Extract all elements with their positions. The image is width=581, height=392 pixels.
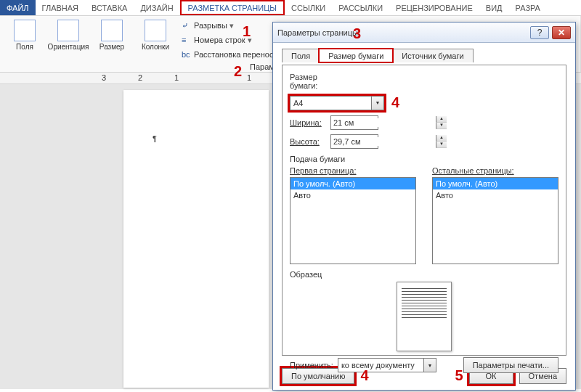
columns-icon — [145, 20, 166, 41]
tab-file[interactable]: ФАЙЛ — [0, 0, 36, 15]
list-item[interactable]: Авто — [433, 189, 558, 201]
dialog-tab-paper-source[interactable]: Источник бумаги — [392, 49, 473, 62]
dialog-title: Параметры страницы — [277, 28, 527, 37]
print-options-button[interactable]: Параметры печати... — [463, 357, 558, 373]
width-value[interactable] — [331, 118, 436, 127]
orientation-icon — [57, 20, 79, 41]
size-icon — [101, 20, 123, 41]
tab-insert[interactable]: ВСТАВКА — [85, 0, 134, 15]
tab-page-layout[interactable]: РАЗМЕТКА СТРАНИЦЫ — [180, 0, 285, 15]
spin-up-icon[interactable]: ▲ — [436, 116, 447, 123]
annotation-4b: 4 — [360, 367, 368, 384]
chevron-down-icon: ▾ — [229, 21, 234, 30]
sample-preview — [397, 282, 452, 351]
list-item[interactable]: По умолч. (Авто) — [433, 178, 558, 189]
annotation-3: 3 — [353, 25, 361, 42]
height-value[interactable] — [331, 137, 436, 146]
paper-size-select[interactable]: A4▼ — [290, 96, 384, 110]
size-button[interactable]: Размер — [92, 18, 132, 62]
spin-up-icon[interactable]: ▲ — [436, 135, 447, 142]
height-spinner[interactable]: ▲▼ — [330, 134, 378, 149]
spin-down-icon[interactable]: ▼ — [436, 123, 447, 129]
first-page-listbox[interactable]: По умолч. (Авто) Авто — [290, 177, 416, 264]
dialog-tabs: Поля Размер бумаги Источник бумаги — [282, 49, 566, 62]
first-page-label: Первая страница: — [290, 166, 356, 175]
tab-design[interactable]: ДИЗАЙН — [134, 0, 179, 15]
list-item[interactable]: Авто — [290, 189, 415, 201]
list-item[interactable]: По умолч. (Авто) — [290, 178, 415, 189]
pilcrow-mark: ¶ — [153, 134, 157, 143]
dialog-close-button[interactable]: ✕ — [552, 26, 571, 39]
tab-extra[interactable]: РАЗРА — [509, 0, 547, 15]
paper-feed-label: Подача бумаги — [290, 155, 558, 163]
annotation-5: 5 — [455, 367, 463, 384]
tab-mailings[interactable]: РАССЫЛКИ — [332, 0, 389, 15]
tab-home[interactable]: ГЛАВНАЯ — [36, 0, 85, 15]
tab-references[interactable]: ССЫЛКИ — [285, 0, 332, 15]
width-label: Ширина: — [290, 118, 330, 127]
ribbon-tabs: ФАЙЛ ГЛАВНАЯ ВСТАВКА ДИЗАЙН РАЗМЕТКА СТР… — [0, 0, 581, 16]
other-pages-listbox[interactable]: По умолч. (Авто) Авто — [432, 177, 558, 264]
apply-to-label: Применить: — [290, 361, 333, 369]
apply-to-select[interactable]: ко всему документу▼ — [338, 358, 436, 372]
other-pages-label: Остальные страницы: — [432, 166, 514, 175]
annotation-4a: 4 — [391, 94, 399, 111]
tab-review[interactable]: РЕЦЕНЗИРОВАНИЕ — [389, 0, 479, 15]
dialog-tab-paper-size[interactable]: Размер бумаги — [319, 49, 393, 62]
page-setup-dialog: Параметры страницы ? ✕ 3 Поля Размер бум… — [272, 22, 576, 391]
breaks-icon: ⤶ — [182, 21, 192, 30]
dialog-titlebar[interactable]: Параметры страницы ? ✕ — [273, 23, 575, 43]
annotation-2: 2 — [234, 63, 242, 80]
line-numbers-icon: ≡ — [182, 36, 192, 44]
sample-label: Образец — [290, 270, 558, 279]
height-label: Высота: — [290, 137, 330, 146]
margins-icon — [14, 20, 36, 41]
annotation-1: 1 — [243, 23, 251, 40]
dialog-tab-margins[interactable]: Поля — [282, 49, 320, 62]
paper-size-label: Размер бумаги: — [290, 73, 330, 90]
chevron-down-icon[interactable]: ▼ — [423, 359, 436, 372]
hyphenation-icon: bc — [182, 50, 192, 59]
margins-button[interactable]: Поля — [4, 18, 45, 62]
columns-button[interactable]: Колонки — [135, 18, 176, 62]
width-spinner[interactable]: ▲▼ — [330, 115, 378, 130]
dialog-help-button[interactable]: ? — [530, 26, 549, 39]
document-page[interactable]: ¶ — [123, 90, 269, 388]
spin-down-icon[interactable]: ▼ — [436, 142, 447, 148]
orientation-button[interactable]: Ориентация — [48, 18, 89, 62]
tab-view[interactable]: ВИД — [479, 0, 509, 15]
chevron-down-icon[interactable]: ▼ — [371, 97, 383, 110]
